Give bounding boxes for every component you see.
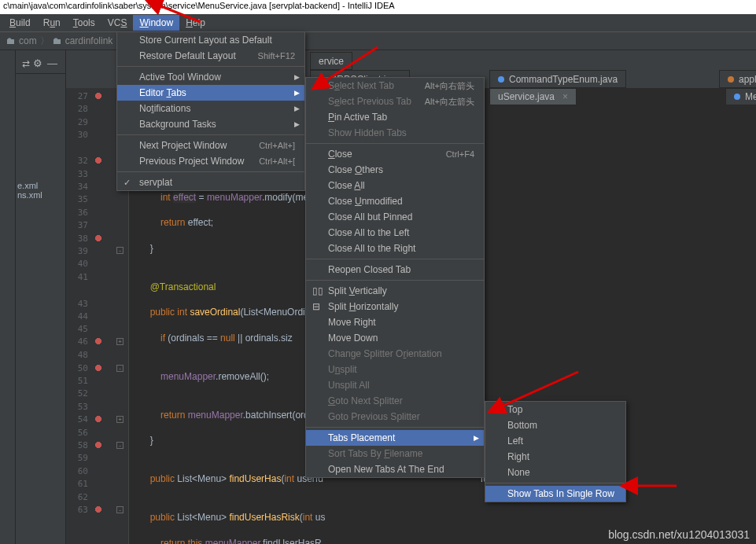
- menu-tools[interactable]: Tools: [67, 15, 101, 31]
- breakpoint-icon[interactable]: [93, 233, 104, 244]
- menu-placement-left[interactable]: Left: [485, 433, 625, 449]
- check-icon: ✓: [124, 178, 131, 188]
- menu-help[interactable]: Help: [179, 15, 212, 31]
- menu-next-project[interactable]: Next Project WindowCtrl+Alt+]: [117, 138, 304, 153]
- menu-show-single-row[interactable]: Show Tabs In Single Row: [485, 486, 625, 502]
- project-panel: ⇄ ⚙ — e.xml ns.xml: [16, 50, 66, 544]
- menu-select-prev-tab: Select Previous TabAlt+向左箭头: [306, 94, 484, 109]
- breadcrumb: 🖿 com 〉 🖿 cardinfolink 〉: [0, 31, 756, 50]
- breakpoint-icon[interactable]: [93, 414, 104, 425]
- fold-icon[interactable]: -: [116, 442, 124, 449]
- breakpoint-icon[interactable]: [93, 504, 104, 515]
- menu-run[interactable]: Run: [37, 15, 67, 31]
- menu-notifications[interactable]: Notifications▶: [117, 101, 304, 116]
- menu-move-down[interactable]: Move Down: [306, 330, 484, 346]
- fold-icon[interactable]: +: [116, 416, 124, 423]
- tool-sidebar[interactable]: [0, 50, 16, 544]
- watermark: blog.csdn.net/xu1204013031: [608, 528, 750, 541]
- menu-select-next-tab: Select Next TabAlt+向右箭头: [306, 78, 484, 94]
- editor-tabs-submenu: Select Next TabAlt+向右箭头 Select Previous …: [305, 77, 485, 478]
- fold-icon[interactable]: -: [116, 247, 124, 254]
- menu-pin-tab[interactable]: Pin Active Tab: [306, 109, 484, 125]
- menu-vcs[interactable]: VCS: [101, 15, 134, 31]
- tabs-placement-submenu: ✓Top Bottom Left Right None Show Tabs In…: [485, 401, 626, 502]
- menu-sort-tabs[interactable]: Sort Tabs By Filename: [306, 446, 484, 461]
- window-title: c\main\java\com\cardinfolink\saber\syste…: [0, 0, 756, 14]
- split-v-icon: ▯▯: [312, 285, 323, 296]
- breadcrumb-cardinfolink[interactable]: cardinfolink: [65, 35, 113, 46]
- fold-icon[interactable]: -: [116, 365, 124, 372]
- menu-close-left[interactable]: Close All to the Left: [306, 225, 484, 241]
- check-icon: ✓: [492, 405, 499, 415]
- menu-window[interactable]: Window: [133, 15, 179, 31]
- tab-commandtype[interactable]: CommandTypeEnum.java: [489, 70, 626, 88]
- menu-placement-bottom[interactable]: Bottom: [485, 417, 625, 433]
- menu-split-horizontally[interactable]: ⊟Split Horizontally: [306, 299, 484, 314]
- menu-open-new-tabs[interactable]: Open New Tabs At The End: [306, 461, 484, 477]
- breakpoint-icon[interactable]: [93, 155, 104, 166]
- file-icon: [728, 76, 734, 83]
- menu-restore-layout[interactable]: Restore Default LayoutShift+F12: [117, 48, 304, 64]
- menu-background[interactable]: Background Tasks▶: [117, 116, 304, 132]
- menu-unsplit: Unsplit: [306, 362, 484, 377]
- menu-placement-top[interactable]: ✓Top: [485, 402, 625, 417]
- tab-applic[interactable]: applic: [719, 70, 756, 88]
- struct-icon[interactable]: ⇄: [22, 58, 30, 69]
- menu-goto-prev-splitter: Goto Previous Splitter: [306, 409, 484, 425]
- breadcrumb-com[interactable]: com: [19, 35, 37, 46]
- menu-change-splitter: Change Splitter Orientation: [306, 346, 484, 362]
- folder-icon: 🖿: [6, 35, 16, 46]
- menu-unsplit-all: Unsplit All: [306, 377, 484, 393]
- menu-placement-right[interactable]: Right: [485, 449, 625, 465]
- breakpoint-icon[interactable]: [93, 336, 104, 347]
- fold-icon[interactable]: -: [116, 506, 124, 513]
- menu-prev-project[interactable]: Previous Project WindowCtrl+Alt+[: [117, 153, 304, 169]
- menu-goto-next-splitter: Goto Next Splitter: [306, 393, 484, 409]
- menu-show-hidden: Show Hidden Tabs: [306, 125, 484, 141]
- menu-close-pinned[interactable]: Close All but Pinned: [306, 209, 484, 225]
- menu-bar: Build Run Tools VCS Window Help: [0, 14, 756, 31]
- fold-icon[interactable]: +: [116, 338, 124, 345]
- menu-placement-none[interactable]: None: [485, 465, 625, 480]
- menu-editor-tabs[interactable]: Editor Tabs▶: [117, 85, 304, 101]
- menu-close-right[interactable]: Close All to the Right: [306, 241, 484, 256]
- menu-move-right[interactable]: Move Right: [306, 314, 484, 330]
- breakpoint-icon[interactable]: [93, 362, 104, 373]
- menu-servplat[interactable]: ✓servplat: [117, 175, 304, 190]
- breakpoint-icon[interactable]: [93, 90, 104, 101]
- menu-close-all[interactable]: Close All: [306, 178, 484, 193]
- split-h-icon: ⊟: [312, 301, 320, 312]
- file-exml[interactable]: e.xml: [17, 181, 64, 190]
- file-nsxml[interactable]: ns.xml: [17, 190, 64, 200]
- menu-active-tool[interactable]: Active Tool Window▶: [117, 69, 304, 85]
- breakpoint-icon[interactable]: [93, 439, 104, 450]
- menu-split-vertically[interactable]: ▯▯Split Vertically: [306, 283, 484, 299]
- collapse-icon[interactable]: —: [47, 57, 57, 69]
- menu-close-others[interactable]: Close Others: [306, 162, 484, 178]
- menu-close[interactable]: CloseCtrl+F4: [306, 146, 484, 162]
- gear-icon[interactable]: ⚙: [33, 57, 42, 69]
- enum-icon: [498, 76, 504, 83]
- folder-icon: 🖿: [53, 35, 62, 46]
- window-menu-dropdown: Store Current Layout as Default Restore …: [116, 31, 305, 191]
- menu-close-unmodified[interactable]: Close Unmodified: [306, 193, 484, 209]
- menu-tabs-placement[interactable]: Tabs Placement▶: [306, 430, 484, 446]
- menu-build[interactable]: Build: [3, 15, 37, 31]
- menu-store-layout[interactable]: Store Current Layout as Default: [117, 32, 304, 48]
- tab-service[interactable]: ervice: [310, 52, 352, 70]
- menu-reopen-closed[interactable]: Reopen Closed Tab: [306, 262, 484, 278]
